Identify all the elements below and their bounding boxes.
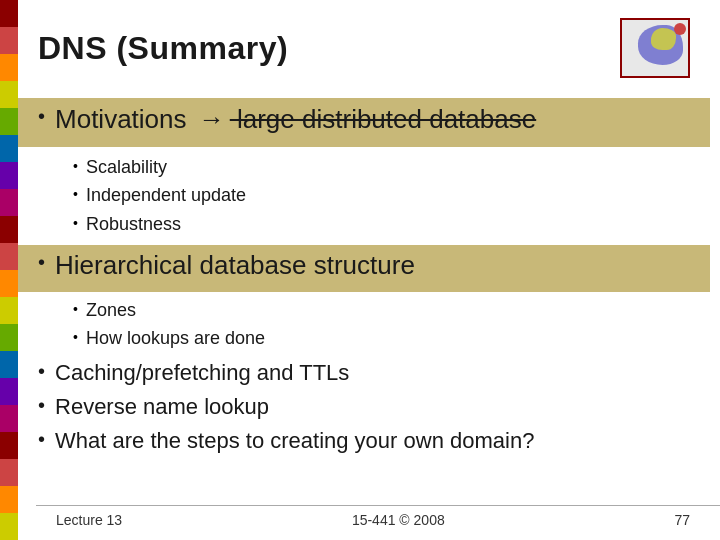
sub-bullet-robustness: • Robustness bbox=[73, 212, 690, 237]
hierarchical-row: • Hierarchical database structure bbox=[18, 245, 710, 292]
sub-dot-lookups: • bbox=[73, 329, 78, 345]
sub-bullet-independent: • Independent update bbox=[73, 183, 690, 208]
footer-center: 15-441 © 2008 bbox=[352, 512, 445, 528]
slide-title: DNS (Summary) bbox=[38, 30, 288, 67]
motivations-bullet: • Motivations → large distributed databa… bbox=[38, 104, 690, 135]
bullet-dot-4: • bbox=[38, 395, 45, 415]
sub-dot-3: • bbox=[73, 215, 78, 231]
bullet-dot-2: • bbox=[38, 252, 45, 272]
left-bars bbox=[0, 0, 18, 540]
domain-bullet: • What are the steps to creating your ow… bbox=[38, 427, 690, 456]
logo-box bbox=[620, 18, 690, 78]
slide-content: DNS (Summary) • Motivations → large dist… bbox=[18, 0, 720, 540]
sub-dot-2: • bbox=[73, 186, 78, 202]
sub-bullet-zones: • Zones bbox=[73, 298, 690, 323]
bullet-dot-3: • bbox=[38, 361, 45, 381]
domain-text: What are the steps to creating your own … bbox=[55, 427, 534, 456]
motivations-sub-bullets: • Scalability • Independent update • Rob… bbox=[73, 155, 690, 237]
logo-dot bbox=[674, 23, 686, 35]
caching-text: Caching/prefetching and TTLs bbox=[55, 359, 349, 388]
logo-blob-2 bbox=[651, 28, 676, 50]
footer-right: 77 bbox=[674, 512, 690, 528]
logo-inner bbox=[622, 20, 688, 76]
sub-dot-zones: • bbox=[73, 301, 78, 317]
sub-text-lookups: How lookups are done bbox=[86, 326, 265, 351]
footer-left: Lecture 13 bbox=[56, 512, 122, 528]
hierarchical-text: Hierarchical database structure bbox=[55, 250, 415, 281]
title-area: DNS (Summary) bbox=[38, 18, 690, 78]
sub-bullet-lookups: • How lookups are done bbox=[73, 326, 690, 351]
bullet-dot-5: • bbox=[38, 429, 45, 449]
slide-footer: Lecture 13 15-441 © 2008 77 bbox=[36, 505, 720, 528]
caching-bullet: • Caching/prefetching and TTLs bbox=[38, 359, 690, 388]
motivations-row: • Motivations → large distributed databa… bbox=[18, 98, 710, 147]
motivations-arrow: → bbox=[199, 104, 225, 134]
sub-text-robustness: Robustness bbox=[86, 212, 181, 237]
hierarchical-sub-bullets: • Zones • How lookups are done bbox=[73, 298, 690, 351]
bullet-dot-1: • bbox=[38, 106, 45, 126]
reverse-bullet: • Reverse name lookup bbox=[38, 393, 690, 422]
hierarchical-bullet: • Hierarchical database structure bbox=[38, 250, 690, 281]
sub-dot-1: • bbox=[73, 158, 78, 174]
sub-text-scalability: Scalability bbox=[86, 155, 167, 180]
sub-text-independent: Independent update bbox=[86, 183, 246, 208]
sub-bullet-scalability: • Scalability bbox=[73, 155, 690, 180]
reverse-text: Reverse name lookup bbox=[55, 393, 269, 422]
motivations-suffix: large distributed database bbox=[230, 104, 536, 134]
motivations-text: Motivations → large distributed database bbox=[55, 104, 536, 135]
motivations-label: Motivations bbox=[55, 104, 187, 134]
sub-text-zones: Zones bbox=[86, 298, 136, 323]
